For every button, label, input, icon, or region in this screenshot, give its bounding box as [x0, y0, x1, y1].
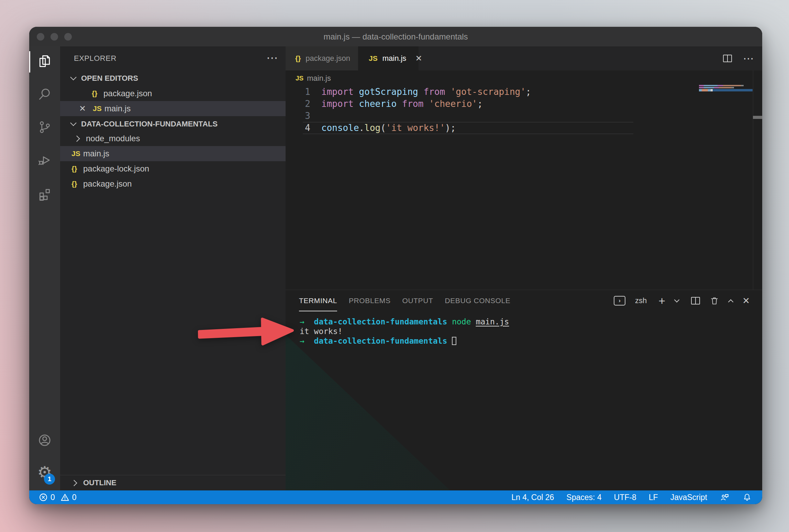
js-file-icon: JS	[93, 104, 104, 113]
terminal-line: → data-collection-fundamentals	[300, 336, 509, 346]
notifications-bell-icon[interactable]	[742, 492, 752, 502]
problems-summary[interactable]: 0 0	[39, 490, 77, 504]
language-mode[interactable]: JavaScript	[670, 493, 707, 502]
cursor-position[interactable]: Ln 4, Col 26	[511, 493, 554, 502]
annotation-arrow	[195, 315, 296, 349]
json-file-icon: {}	[295, 54, 301, 63]
run-debug-icon	[37, 153, 52, 169]
tab-debug-console[interactable]: DEBUG CONSOLE	[445, 290, 510, 311]
error-icon	[39, 493, 48, 502]
close-window-button[interactable]	[37, 33, 44, 41]
terminal-panel: TERMINAL PROBLEMS OUTPUT DEBUG CONSOLE ›…	[286, 290, 762, 490]
terminal-line: it works!	[300, 326, 509, 336]
feedback-icon[interactable]	[720, 492, 730, 502]
tab-package-json[interactable]: {} package.json	[286, 46, 358, 70]
workspace-section-header[interactable]: DATA-COLLECTION-FUNDAMENTALS	[60, 116, 286, 132]
tree-item-node-modules[interactable]: node_modules	[60, 131, 286, 146]
minimize-window-button[interactable]	[51, 33, 58, 41]
activity-run-debug-button[interactable]	[29, 145, 60, 176]
code-line: 1 import gotScraping from 'got-scraping'…	[286, 86, 743, 98]
terminal-dropdown-icon[interactable]	[674, 297, 680, 302]
scrollbar-marker[interactable]	[753, 116, 762, 119]
sidebar-header: EXPLORER ⋯	[60, 46, 286, 70]
account-icon	[37, 433, 52, 449]
encoding-setting[interactable]: UTF-8	[614, 493, 636, 502]
editor-group: {} package.json JS main.js ✕ ⋯ JS main.j…	[286, 46, 762, 290]
chevron-right-icon	[74, 135, 80, 142]
open-editor-item-package-json[interactable]: {} package.json	[60, 86, 286, 101]
code-line: 3	[286, 110, 743, 122]
close-panel-icon[interactable]: ✕	[742, 296, 750, 306]
terminal-shell-icon[interactable]: ›	[614, 296, 625, 306]
split-editor-icon[interactable]	[723, 55, 732, 62]
line-number: 1	[286, 86, 310, 98]
new-terminal-icon[interactable]: +	[658, 295, 665, 307]
breadcrumb-file: main.js	[307, 74, 331, 83]
outline-section-header[interactable]: OUTLINE	[60, 475, 286, 490]
open-editor-item-main-js[interactable]: ✕ JS main.js	[60, 101, 286, 116]
indentation-setting[interactable]: Spaces: 4	[566, 493, 601, 502]
json-file-icon: {}	[71, 180, 83, 188]
activity-source-control-button[interactable]	[29, 112, 60, 143]
close-editor-icon[interactable]: ✕	[79, 104, 86, 113]
chevron-right-icon	[71, 480, 77, 486]
minimap-current-line	[699, 89, 753, 91]
chevron-down-icon	[70, 74, 76, 80]
window-title: main.js — data-collection-fundamentals	[29, 27, 762, 46]
json-file-icon: {}	[71, 165, 83, 173]
tab-terminal[interactable]: TERMINAL	[299, 290, 337, 311]
active-view-indicator	[29, 51, 30, 73]
settings-gear-button[interactable]: ⚙	[29, 457, 60, 488]
maximize-window-button[interactable]	[64, 33, 72, 41]
account-button[interactable]	[29, 425, 60, 456]
tab-output[interactable]: OUTPUT	[402, 290, 433, 311]
extensions-icon	[37, 186, 52, 202]
editor-actions: ⋯	[723, 46, 762, 70]
activity-search-button[interactable]	[29, 79, 60, 110]
tree-item-package-lock-json[interactable]: {} package-lock.json	[60, 161, 286, 176]
kill-terminal-icon[interactable]	[710, 296, 719, 306]
line-number: 2	[286, 98, 310, 110]
titlebar: main.js — data-collection-fundamentals	[29, 27, 762, 46]
terminal-cursor	[452, 337, 456, 345]
warning-icon	[60, 493, 69, 502]
close-tab-icon[interactable]: ✕	[415, 54, 422, 63]
code-line: 2 import cheerio from 'cheerio';	[286, 98, 743, 110]
minimap-line	[699, 85, 751, 86]
explorer-more-actions-icon[interactable]: ⋯	[266, 46, 278, 70]
terminal-line: → data-collection-fundamentals node main…	[300, 317, 509, 326]
error-count: 0	[51, 493, 55, 502]
chevron-down-icon	[70, 120, 76, 126]
tree-item-package-json[interactable]: {} package.json	[60, 176, 286, 191]
activity-extensions-button[interactable]	[29, 178, 60, 209]
line-number: 4	[286, 122, 310, 134]
activity-bar: ⚙ 1	[29, 46, 60, 490]
files-icon	[37, 54, 52, 70]
sidebar-title: EXPLORER	[74, 46, 116, 70]
editor-tab-bar: {} package.json JS main.js ✕ ⋯	[286, 46, 762, 70]
minimap-line	[699, 87, 737, 88]
shell-label: zsh	[635, 296, 647, 305]
line-number: 3	[286, 110, 310, 122]
eol-setting[interactable]: LF	[649, 493, 658, 502]
breadcrumb[interactable]: JS main.js	[296, 70, 331, 86]
split-terminal-icon[interactable]	[691, 297, 700, 304]
tree-item-main-js[interactable]: JS main.js	[60, 146, 286, 161]
editor-scrollbar[interactable]	[753, 70, 762, 290]
open-editors-section-header[interactable]: OPEN EDITORS	[60, 70, 286, 86]
activity-explorer-button[interactable]	[29, 46, 60, 77]
tab-problems[interactable]: PROBLEMS	[349, 290, 391, 311]
maximize-panel-icon[interactable]	[728, 299, 734, 304]
terminal-output[interactable]: → data-collection-fundamentals node main…	[300, 317, 509, 346]
panel-tab-bar: TERMINAL PROBLEMS OUTPUT DEBUG CONSOLE	[299, 290, 510, 311]
panel-actions: › zsh + ✕	[614, 290, 750, 311]
js-file-icon: JS	[71, 149, 83, 158]
tab-main-js[interactable]: JS main.js ✕	[358, 46, 419, 70]
source-control-icon	[37, 120, 52, 136]
js-file-icon: JS	[296, 75, 303, 82]
status-bar: 0 0 Ln 4, Col 26 Spaces: 4 UTF-8 LF Java…	[29, 490, 762, 504]
editor-more-actions-icon[interactable]: ⋯	[743, 53, 754, 64]
code-line: 4 console.log('it works!');	[286, 122, 743, 134]
code-area[interactable]: 1 import gotScraping from 'got-scraping'…	[286, 86, 743, 134]
json-file-icon: {}	[92, 89, 103, 98]
